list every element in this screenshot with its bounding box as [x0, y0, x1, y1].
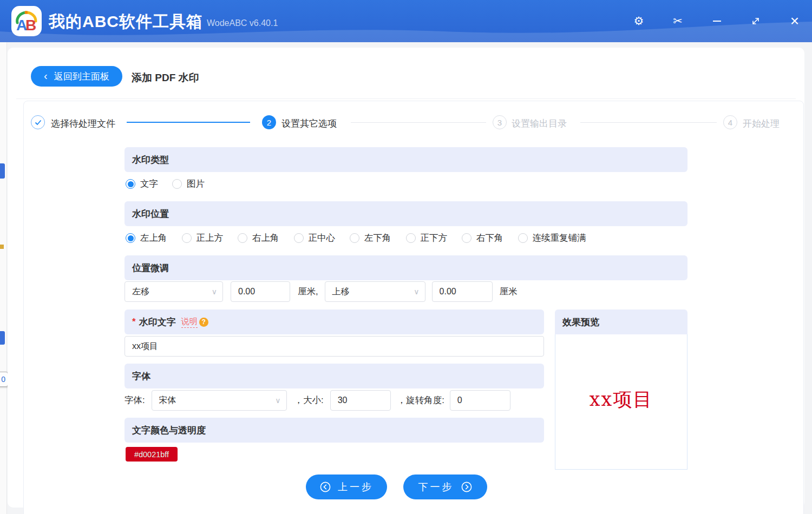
radio-label: 正上方 [197, 232, 224, 244]
titlebar: A B 我的ABC软件工具箱 WodeABC v6.40.1 ⚙ ✂ × [0, 0, 812, 42]
background-fragment-zero: 0 [0, 372, 8, 387]
radio-option-top-left[interactable]: 左上角 [126, 232, 167, 244]
svg-text:B: B [25, 17, 36, 34]
watermark-type-options: 文字 图片 [126, 178, 205, 190]
color-swatch-button[interactable]: #d0021bff [126, 447, 178, 462]
chevron-down-icon: ∨ [414, 287, 419, 296]
preview-title: 效果预览 [562, 316, 599, 328]
question-mark-icon[interactable]: ? [199, 318, 208, 327]
select-value: 左移 [132, 286, 149, 298]
required-mark: * [132, 317, 136, 327]
radio-option-top-right[interactable]: 右上角 [238, 232, 279, 244]
preview-panel-header: 效果预览 [555, 309, 687, 334]
section-title: 水印类型 [132, 154, 169, 166]
radio-option-text[interactable]: 文字 [126, 178, 158, 190]
radio-label: 正中心 [309, 232, 336, 244]
radio-option-tile-repeat[interactable]: 连续重复铺满 [518, 232, 586, 244]
step-1-circle [31, 115, 45, 129]
header-divider [16, 98, 796, 99]
app-logo: A B [11, 6, 42, 36]
radio-label: 连续重复铺满 [533, 232, 586, 244]
section-title: 水印位置 [132, 208, 169, 220]
scissors-icon[interactable]: ✂ [671, 14, 685, 28]
app-title: 我的ABC软件工具箱 [49, 11, 203, 33]
select-value: 宋体 [159, 395, 176, 406]
minimize-bar [713, 21, 721, 22]
step-1-label: 选择待处理文件 [51, 117, 115, 130]
horizontal-direction-select[interactable]: 左移 ∨ [125, 281, 223, 302]
radio-label: 右下角 [476, 232, 503, 244]
chevron-down-icon: ∨ [275, 396, 280, 405]
radio-option-image[interactable]: 图片 [172, 178, 205, 190]
section-position-adjust-header: 位置微调 [125, 255, 687, 280]
background-fragment-blue [0, 163, 5, 179]
step-4-circle: 4 [723, 115, 737, 129]
radio-label: 文字 [140, 178, 158, 190]
radio-icon [406, 233, 416, 243]
rotate-angle-label: ，旋转角度: [397, 394, 444, 406]
section-watermark-position-header: 水印位置 [125, 201, 687, 226]
radio-option-bottom-left[interactable]: 左下角 [350, 232, 391, 244]
radio-label: 正下方 [421, 232, 448, 244]
radio-icon [172, 179, 182, 189]
vertical-unit-label: 厘米 [500, 286, 518, 298]
radio-icon [350, 233, 359, 243]
radio-icon [518, 233, 528, 243]
app-version: WodeABC v6.40.1 [207, 18, 278, 28]
watermark-text-input[interactable] [125, 336, 544, 357]
close-icon[interactable]: × [788, 14, 802, 28]
page-title: 添加 PDF 水印 [132, 71, 199, 85]
radio-option-top-center[interactable]: 正上方 [182, 232, 224, 244]
background-window-strip [0, 42, 7, 514]
vertical-offset-input[interactable] [432, 281, 493, 302]
section-text-color-header: 文字颜色与透明度 [125, 418, 544, 443]
rotate-angle-input[interactable] [450, 390, 510, 411]
radio-label: 左下角 [364, 232, 391, 244]
check-icon [35, 120, 42, 126]
next-step-button[interactable]: 下一步 [403, 475, 487, 499]
step-4-label: 开始处理 [743, 117, 780, 130]
radio-icon [126, 179, 135, 189]
step-3-circle: 3 [493, 115, 507, 129]
radio-icon [182, 233, 192, 243]
horizontal-offset-input[interactable] [231, 281, 290, 302]
settings-icon[interactable]: ⚙ [632, 14, 646, 28]
minimize-icon[interactable] [710, 14, 724, 28]
window-controls: ⚙ ✂ × [632, 0, 802, 42]
section-watermark-text-header: * 水印文字 说明 ? [125, 309, 544, 334]
section-watermark-type-header: 水印类型 [125, 147, 687, 172]
font-settings-row: 字体: 宋体 ∨ ，大小: ，旋转角度: [125, 390, 510, 411]
watermark-position-options: 左上角 正上方 右上角 正中心 左下角 正下方 右下角 连续重复铺满 [126, 232, 586, 244]
font-size-label: ，大小: [294, 394, 324, 406]
help-link[interactable]: 说明 [181, 317, 198, 328]
section-title: 文字颜色与透明度 [132, 424, 206, 437]
radio-label: 右上角 [252, 232, 279, 244]
previous-step-button[interactable]: 上一步 [306, 475, 387, 499]
vertical-direction-select[interactable]: 上移 ∨ [325, 281, 425, 302]
radio-option-center[interactable]: 正中心 [294, 232, 336, 244]
back-button-label: 返回到主面板 [54, 70, 109, 83]
radio-icon [462, 233, 472, 243]
font-family-label: 字体: [125, 394, 145, 406]
font-family-select[interactable]: 宋体 ∨ [152, 390, 287, 411]
preview-watermark-text: xx项目 [555, 387, 687, 412]
radio-icon [294, 233, 304, 243]
radio-option-bottom-right[interactable]: 右下角 [462, 232, 503, 244]
previous-step-label: 上一步 [338, 480, 374, 493]
circle-arrow-right-icon [461, 481, 473, 493]
step-connector-3 [580, 122, 717, 123]
chevron-left-icon: ‹ [44, 70, 48, 81]
radio-option-bottom-center[interactable]: 正下方 [406, 232, 448, 244]
section-title: 水印文字 [139, 316, 176, 328]
step-connector-1 [127, 122, 250, 123]
position-adjust-row: 左移 ∨ 厘米, 上移 ∨ 厘米 [125, 281, 518, 302]
circle-arrow-left-icon [319, 481, 331, 493]
maximize-icon[interactable] [749, 14, 763, 28]
section-title: 位置微调 [132, 262, 169, 274]
step-connector-2 [351, 122, 486, 123]
step-3-label: 设置输出目录 [512, 117, 567, 130]
back-to-dashboard-button[interactable]: ‹ 返回到主面板 [31, 66, 122, 87]
font-size-input[interactable] [330, 390, 391, 411]
next-step-label: 下一步 [418, 480, 454, 493]
step-2-circle: 2 [262, 115, 276, 129]
